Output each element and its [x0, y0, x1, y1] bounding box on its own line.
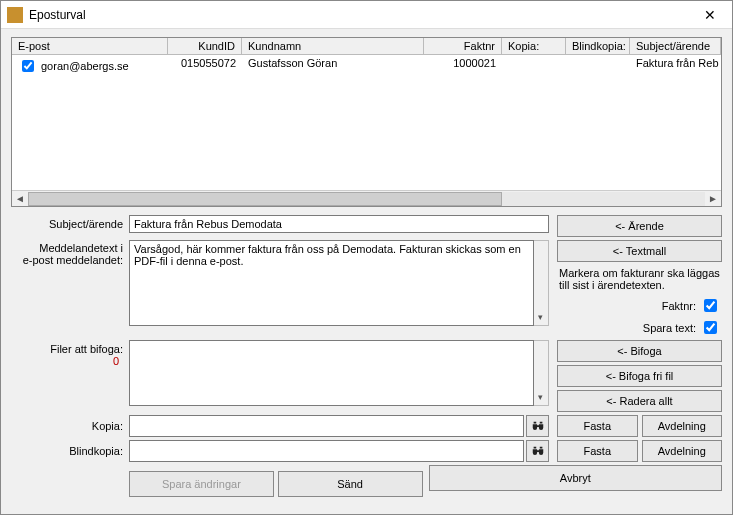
col-kundid[interactable]: KundID [168, 38, 242, 54]
radera-allt-button[interactable]: <- Radera allt [557, 390, 722, 412]
grid-header: E-post KundID Kundnamn Faktnr Kopia: Bli… [12, 38, 721, 55]
chevron-down-icon[interactable]: ▾ [534, 309, 548, 325]
blindkopia-label: Blindkopia: [11, 445, 127, 457]
spara-andringar-button[interactable]: Spara ändringar [129, 471, 274, 497]
message-textarea[interactable] [129, 240, 534, 326]
row-kopia [502, 55, 566, 77]
spara-text-checkbox[interactable] [704, 321, 717, 334]
avdelning-blindkopia-button[interactable]: Avdelning [642, 440, 723, 462]
row-blindkopia [566, 55, 630, 77]
arende-button[interactable]: <- Ärende [557, 215, 722, 237]
client-area: E-post KundID Kundnamn Faktnr Kopia: Bli… [1, 29, 732, 514]
spara-text-checkbox-label: Spara text: [643, 322, 696, 334]
app-icon [7, 7, 23, 23]
subject-input[interactable] [129, 215, 549, 233]
kopia-input[interactable] [129, 415, 524, 437]
col-faktnr[interactable]: Faktnr [424, 38, 502, 54]
binoculars-icon [531, 419, 545, 433]
row-email: goran@abergs.se [41, 60, 129, 72]
binoculars-icon [531, 444, 545, 458]
scroll-left-icon[interactable]: ◄ [12, 193, 28, 204]
files-count: 0 [11, 355, 123, 367]
blindkopia-search-button[interactable] [526, 440, 549, 462]
window: Eposturval ✕ E-post KundID Kundnamn Fakt… [0, 0, 733, 515]
faktnr-checkbox[interactable] [704, 299, 717, 312]
subject-label: Subject/ärende [11, 215, 127, 230]
col-email[interactable]: E-post [12, 38, 168, 54]
blindkopia-input[interactable] [129, 440, 524, 462]
titlebar: Eposturval ✕ [1, 1, 732, 29]
col-kundnamn[interactable]: Kundnamn [242, 38, 424, 54]
bifoga-button[interactable]: <- Bifoga [557, 340, 722, 362]
scroll-right-icon[interactable]: ► [705, 193, 721, 204]
row-kundid: 015055072 [168, 55, 242, 77]
email-grid[interactable]: E-post KundID Kundnamn Faktnr Kopia: Bli… [11, 37, 722, 207]
grid-body[interactable]: goran@abergs.se 015055072 Gustafsson Gör… [12, 55, 721, 190]
note-text: Markera om fakturanr ska läggas till sis… [557, 265, 722, 293]
kopia-label: Kopia: [11, 420, 127, 432]
col-subject[interactable]: Subject/ärende [630, 38, 721, 54]
col-kopia[interactable]: Kopia: [502, 38, 566, 54]
faktnr-checkbox-label: Faktnr: [662, 300, 696, 312]
textmall-button[interactable]: <- Textmall [557, 240, 722, 262]
scroll-track[interactable] [28, 192, 705, 206]
message-scrollbar[interactable]: ▾ [534, 240, 549, 326]
form: Subject/ärende <- Ärende Meddelandetext … [11, 215, 722, 497]
fasta-resenarer-kopia-button[interactable]: Fasta resenärer [557, 415, 638, 437]
avbryt-button[interactable]: Avbryt [429, 465, 723, 491]
files-label: Filer att bifoga: 0 [11, 340, 127, 367]
fasta-resenarer-blindkopia-button[interactable]: Fasta resenärer [557, 440, 638, 462]
scroll-thumb[interactable] [28, 192, 502, 206]
chevron-down-icon[interactable]: ▾ [534, 389, 548, 405]
window-title: Eposturval [29, 8, 690, 22]
message-label: Meddelandetext i e-post meddelandet: [11, 240, 127, 266]
close-button[interactable]: ✕ [690, 2, 730, 28]
row-checkbox[interactable] [22, 60, 34, 72]
sand-button[interactable]: Sänd [278, 471, 423, 497]
files-textarea[interactable] [129, 340, 534, 406]
kopia-search-button[interactable] [526, 415, 549, 437]
files-scrollbar[interactable]: ▾ [534, 340, 549, 406]
col-blindkopia[interactable]: Blindkopia: [566, 38, 630, 54]
row-faktnr: 1000021 [424, 55, 502, 77]
bifoga-fri-fil-button[interactable]: <- Bifoga fri fil [557, 365, 722, 387]
row-kundnamn: Gustafsson Göran [242, 55, 424, 77]
avdelning-kopia-button[interactable]: Avdelning [642, 415, 723, 437]
row-subject: Faktura från Reb [630, 55, 721, 77]
table-row[interactable]: goran@abergs.se 015055072 Gustafsson Gör… [12, 55, 721, 77]
grid-horizontal-scrollbar[interactable]: ◄ ► [12, 190, 721, 206]
